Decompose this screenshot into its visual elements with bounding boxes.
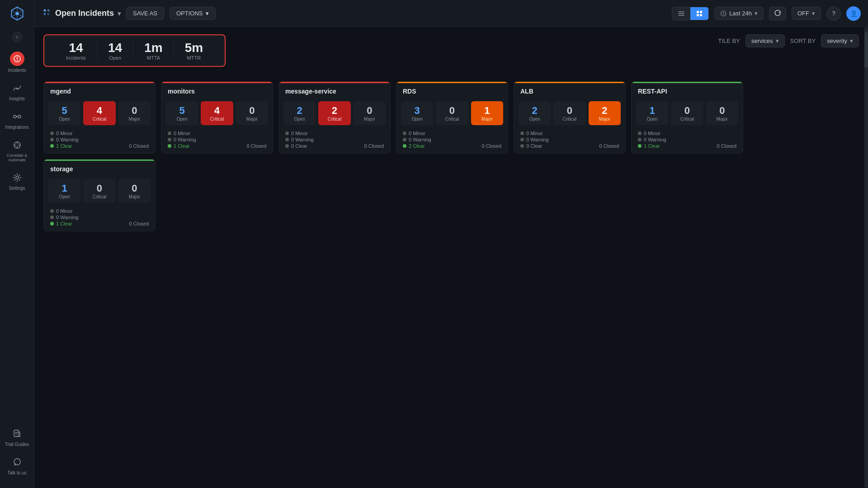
content-wrapper: 14 Incidents 14 Open 1m MTTA 5m MTTR — [34, 27, 868, 488]
sidebar-item-settings[interactable]: Settings — [2, 168, 33, 194]
svg-point-8 — [14, 459, 20, 465]
svg-rect-13 — [697, 11, 699, 13]
sidebar-nav: Incidents Insights Integrations — [2, 48, 33, 424]
sidebar-item-integrations[interactable]: Integrations — [2, 107, 33, 133]
insights-icon — [11, 82, 24, 94]
main-area: Open Incidents ▾ SAVE AS OPTIONS ▾ — [34, 0, 868, 488]
warning-dot-monitors — [168, 138, 171, 141]
tile-open-alb: 2 Open — [519, 101, 551, 125]
minor-dot-alb — [520, 131, 524, 135]
minor-dot-mgend — [50, 131, 54, 135]
tile-warning-row-mgend: 0 Warning — [50, 137, 149, 142]
tile-message-service[interactable]: message-service 2 Open 2 Critical 0 Majo… — [278, 81, 391, 154]
sort-by-button[interactable]: severity ▾ — [821, 34, 859, 47]
save-as-button[interactable]: SAVE AS — [126, 7, 164, 20]
tiles-grid: mgend 5 Open 4 Critical 0 Major 0 Minor — [43, 81, 859, 231]
tile-footer-rest-api: 0 Minor 0 Warning 1 Clear 0 Closed — [632, 128, 743, 153]
tile-warning-row-rds: 0 Warning — [403, 137, 501, 142]
app-logo[interactable] — [8, 5, 26, 23]
tile-footer-rds: 0 Minor 0 Warning 2 Clear 0 Closed — [396, 128, 508, 153]
tile-open-monitors: 5 Open — [166, 101, 198, 125]
summary-mtta: 1m MTTA — [133, 41, 174, 61]
sidebar-item-trial-guides[interactable]: Trial Guides — [2, 424, 33, 450]
svg-point-0 — [15, 12, 19, 15]
minor-dot-rds — [403, 131, 406, 135]
warning-dot-message-service — [285, 138, 289, 141]
tile-clear-closed-row-alb: 0 Clear 0 Closed — [520, 143, 619, 149]
summary-bar: 14 Incidents 14 Open 1m MTTA 5m MTTR — [43, 34, 226, 67]
minor-dot-rest-api — [638, 131, 642, 135]
tile-warning-row-rest-api: 0 Warning — [638, 137, 736, 142]
sidebar-item-incidents[interactable]: Incidents — [2, 48, 33, 76]
sidebar-item-insights[interactable]: Insights — [2, 78, 33, 105]
tile-monitors[interactable]: monitors 5 Open 4 Critical 0 Major 0 Min… — [161, 81, 273, 154]
avatar[interactable]: 👤 — [846, 6, 861, 21]
tile-rest-api[interactable]: REST-API 1 Open 0 Critical 0 Major 0 Min… — [631, 81, 743, 154]
tile-stats-storage: 1 Open 0 Critical 0 Major — [44, 176, 155, 206]
list-view-button[interactable] — [672, 7, 690, 20]
svg-rect-14 — [700, 11, 702, 13]
page-title: Open Incidents ▾ — [42, 7, 121, 19]
sidebar-expand-btn[interactable]: › — [12, 32, 23, 42]
tile-major-monitors: 0 Major — [236, 101, 268, 125]
tile-minor-row-storage: 0 Minor — [50, 208, 149, 214]
tile-minor-row-mgend: 0 Minor — [50, 131, 149, 136]
tile-rds[interactable]: RDS 3 Open 0 Critical 1 Major 0 Minor — [396, 81, 508, 154]
scrollbar-thumb[interactable] — [864, 32, 868, 68]
sidebar-item-settings-label: Settings — [9, 186, 25, 191]
view-toggle — [672, 7, 709, 20]
tile-stats-monitors: 5 Open 4 Critical 0 Major — [161, 99, 273, 128]
tile-header-rds: RDS — [396, 82, 508, 99]
correlate-icon — [11, 139, 24, 151]
tile-critical-rest-api: 0 Critical — [671, 101, 703, 125]
title-icon — [42, 7, 52, 19]
tile-alb[interactable]: ALB 2 Open 0 Critical 2 Major 0 Minor — [514, 81, 626, 154]
sidebar-item-insights-label: Insights — [9, 96, 24, 101]
tile-stats-alb: 2 Open 0 Critical 2 Major — [514, 99, 625, 128]
help-button[interactable]: ? — [826, 6, 841, 21]
svg-point-12 — [47, 13, 50, 15]
options-button[interactable]: OPTIONS ▾ — [170, 7, 216, 20]
filters-bar: TILE BY services ▾ SORT BY severity ▾ — [718, 34, 859, 47]
tile-open-message-service: 2 Open — [283, 101, 316, 125]
warning-dot-mgend — [50, 138, 54, 141]
summary-mttr: 5m MTTR — [174, 41, 214, 61]
minor-dot-storage — [50, 209, 54, 213]
svg-point-3 — [14, 115, 16, 118]
tile-critical-storage: 0 Critical — [83, 179, 115, 203]
sidebar-item-correlate[interactable]: Correlate & Automate — [2, 135, 33, 166]
refresh-button[interactable] — [769, 7, 786, 20]
tile-by-button[interactable]: services ▾ — [745, 34, 785, 47]
svg-point-10 — [47, 9, 50, 12]
clear-dot-alb — [520, 144, 524, 148]
topbar: Open Incidents ▾ SAVE AS OPTIONS ▾ — [34, 0, 868, 27]
tile-mgend[interactable]: mgend 5 Open 4 Critical 0 Major 0 Minor — [43, 81, 156, 154]
clear-dot-mgend — [50, 144, 54, 148]
tile-major-rest-api: 0 Major — [706, 101, 738, 125]
sidebar-bottom: Trial Guides Talk to us — [2, 424, 33, 483]
auto-refresh-button[interactable]: OFF ▾ — [792, 7, 821, 20]
tile-major-mgend: 0 Major — [118, 101, 151, 125]
scrollbar[interactable] — [864, 27, 868, 488]
tile-major-rds: 1 Major — [471, 101, 503, 125]
tile-clear-closed-row-rds: 2 Clear 0 Closed — [403, 143, 501, 149]
tile-warning-row-alb: 0 Warning — [520, 137, 619, 142]
tile-major-message-service: 0 Major — [354, 101, 386, 125]
sidebar-item-integrations-label: Integrations — [5, 125, 28, 130]
svg-point-2 — [16, 88, 18, 89]
grid-view-button[interactable] — [690, 7, 708, 20]
tile-storage[interactable]: storage 1 Open 0 Critical 0 Major 0 Mino… — [43, 159, 156, 231]
tile-header-mgend: mgend — [44, 82, 155, 99]
tile-footer-alb: 0 Minor 0 Warning 0 Clear 0 Closed — [514, 128, 625, 153]
tile-warning-row-storage: 0 Warning — [50, 215, 149, 220]
settings-icon — [11, 171, 24, 184]
tile-minor-row-alb: 0 Minor — [520, 131, 619, 136]
tile-major-storage: 0 Major — [118, 179, 151, 203]
time-range-button[interactable]: Last 24h ▾ — [714, 7, 764, 20]
tile-by-chevron-icon: ▾ — [776, 38, 779, 44]
tile-clear-closed-row-rest-api: 1 Clear 0 Closed — [638, 143, 736, 149]
svg-rect-15 — [697, 14, 699, 16]
tile-footer-message-service: 0 Minor 0 Warning 0 Clear 0 Closed — [279, 128, 390, 153]
svg-rect-7 — [14, 430, 19, 436]
sidebar-item-talk-to-us[interactable]: Talk to us — [2, 452, 33, 479]
